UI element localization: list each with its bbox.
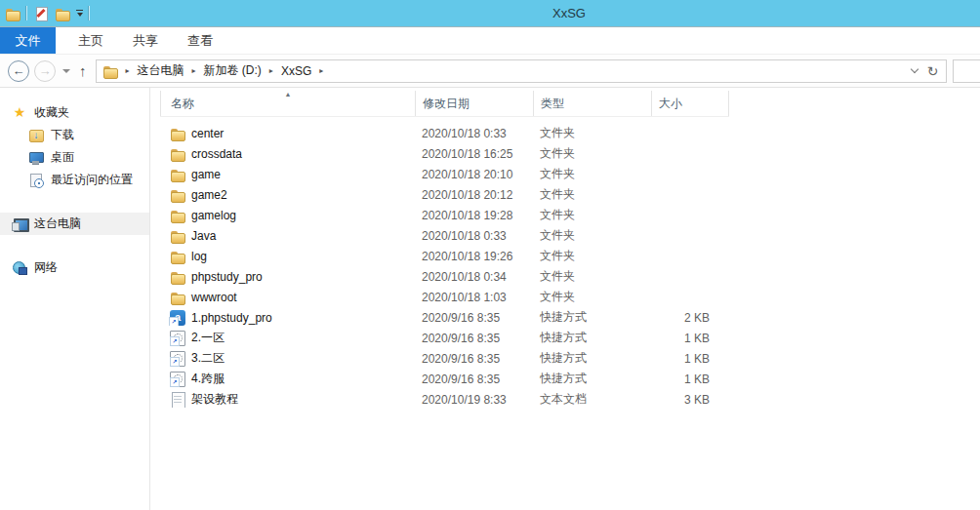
batch-shortcut-icon <box>170 351 185 367</box>
file-type: 文件夹 <box>533 186 651 203</box>
file-date: 2020/10/19 8:33 <box>415 393 533 407</box>
search-box[interactable] <box>953 59 980 83</box>
address-bar[interactable]: ▸这台电脑▸新加卷 (D:)▸XxSG▸ ↻ <box>96 59 947 83</box>
file-name: 架设教程 <box>191 391 238 408</box>
file-date: 2020/10/18 19:26 <box>415 250 533 263</box>
navigation-bar: ← → ↑ ▸这台电脑▸新加卷 (D:)▸XxSG▸ ↻ <box>0 55 980 88</box>
file-date: 2020/10/18 0:33 <box>415 229 533 243</box>
this-pc-icon <box>12 216 27 232</box>
explorer-window: XxSG 文件 主页共享查看 ← → ↑ ▸这台电脑▸新加卷 (D:)▸XxSG… <box>0 0 980 510</box>
refresh-icon[interactable]: ↻ <box>927 64 939 78</box>
file-date: 2020/9/16 8:35 <box>415 352 533 366</box>
file-name: game <box>191 168 221 181</box>
file-type: 文件夹 <box>533 125 651 141</box>
file-row[interactable]: phpstudy_pro2020/10/18 0:34文件夹 <box>160 266 729 287</box>
properties-icon[interactable] <box>33 6 49 21</box>
recent-locations-dropdown-icon[interactable] <box>62 69 70 73</box>
file-row[interactable]: 3.二区2020/9/16 8:35快捷方式1 KB <box>160 348 729 369</box>
new-folder-icon[interactable] <box>55 6 70 21</box>
file-row[interactable]: log2020/10/18 19:26文件夹 <box>160 246 729 266</box>
breadcrumb-arrow-icon[interactable]: ▸ <box>269 66 273 75</box>
sidebar-item-downloads[interactable]: 下载 <box>0 124 149 146</box>
tab-home[interactable]: 主页 <box>63 27 118 54</box>
file-name-cell: 4.跨服 <box>160 371 415 387</box>
batch-shortcut-icon <box>170 331 185 346</box>
downloads-icon <box>28 128 44 143</box>
recent-places-icon <box>28 173 44 188</box>
file-name-cell: 3.二区 <box>160 350 415 367</box>
file-name: 2.一区 <box>191 330 225 346</box>
file-type: 快捷方式 <box>533 309 651 326</box>
column-header-label: 修改日期 <box>423 96 470 112</box>
column-header-date[interactable]: 修改日期 <box>415 91 533 116</box>
sidebar-item-network[interactable]: 网络 <box>0 256 149 279</box>
file-row[interactable]: 2.一区2020/9/16 8:35快捷方式1 KB <box>160 328 729 348</box>
folder-icon <box>170 167 185 182</box>
sidebar-item-favorites[interactable]: 收藏夹 <box>0 101 149 124</box>
file-name-cell: game <box>160 167 415 182</box>
file-type: 文件夹 <box>533 268 651 285</box>
file-row[interactable]: 1.phpstudy_pro2020/9/16 8:35快捷方式2 KB <box>160 307 729 328</box>
breadcrumb-arrow-icon[interactable]: ▸ <box>319 66 323 75</box>
file-name-cell: crossdata <box>160 146 415 162</box>
file-row[interactable]: center2020/10/18 0:33文件夹 <box>160 123 729 143</box>
file-size: 1 KB <box>651 373 729 386</box>
forward-button[interactable]: → <box>34 60 56 82</box>
file-size: 3 KB <box>651 393 729 407</box>
file-date: 2020/9/16 8:35 <box>415 332 533 345</box>
tab-file[interactable]: 文件 <box>0 27 56 54</box>
up-button[interactable]: ↑ <box>79 62 87 79</box>
breadcrumb-item-this-pc[interactable]: 这台电脑 <box>138 62 184 79</box>
column-header-type[interactable]: 类型 <box>533 91 651 116</box>
file-name-cell: 架设教程 <box>160 391 415 408</box>
file-row[interactable]: crossdata2020/10/18 16:25文件夹 <box>160 143 729 164</box>
file-date: 2020/10/18 0:34 <box>415 270 533 284</box>
file-type: 快捷方式 <box>533 330 651 346</box>
breadcrumb: ▸这台电脑▸新加卷 (D:)▸XxSG▸ <box>102 62 912 79</box>
folder-icon <box>170 249 185 264</box>
window-title: XxSG <box>552 0 586 26</box>
column-header-label: 大小 <box>659 96 682 112</box>
column-header-label: 名称 <box>171 96 194 112</box>
main-area: 收藏夹下载桌面最近访问的位置这台电脑网络 名称▲修改日期类型大小 center2… <box>0 88 980 510</box>
breadcrumb-arrow-icon[interactable]: ▸ <box>126 66 130 75</box>
sidebar-item-label: 这台电脑 <box>34 216 81 232</box>
tab-strip: 主页共享查看 <box>63 27 227 54</box>
file-type: 文件夹 <box>533 166 651 182</box>
breadcrumb-item-new-volume-d[interactable]: 新加卷 (D:) <box>204 62 262 79</box>
back-button[interactable]: ← <box>8 60 29 82</box>
sidebar-item-recent-places[interactable]: 最近访问的位置 <box>0 169 149 191</box>
sidebar-item-this-pc[interactable]: 这台电脑 <box>0 213 149 235</box>
file-pane: 名称▲修改日期类型大小 center2020/10/18 0:33文件夹cros… <box>150 88 980 510</box>
folder-icon <box>170 290 185 305</box>
file-name: phpstudy_pro <box>191 270 263 284</box>
file-row[interactable]: Java2020/10/18 0:33文件夹 <box>160 225 729 246</box>
customize-toolbar-icon[interactable] <box>76 10 83 18</box>
file-type: 文件夹 <box>533 289 651 305</box>
file-row[interactable]: game2020/10/18 20:10文件夹 <box>160 164 729 184</box>
file-row[interactable]: game22020/10/18 20:12文件夹 <box>160 184 729 205</box>
file-date: 2020/10/18 20:12 <box>415 188 533 202</box>
column-header-name[interactable]: 名称▲ <box>160 91 415 116</box>
column-header-size[interactable]: 大小 <box>651 91 729 116</box>
file-row[interactable]: 4.跨服2020/9/16 8:35快捷方式1 KB <box>160 369 729 389</box>
file-size: 1 KB <box>651 352 729 366</box>
sidebar-item-label: 收藏夹 <box>34 104 69 121</box>
tab-view[interactable]: 查看 <box>173 27 227 54</box>
breadcrumb-item-xxsg[interactable]: XxSG <box>281 64 311 78</box>
file-name-cell: Java <box>160 228 415 244</box>
file-row[interactable]: 架设教程2020/10/19 8:33文本文档3 KB <box>160 389 729 410</box>
file-date: 2020/10/18 16:25 <box>415 147 533 161</box>
file-name: center <box>191 127 224 140</box>
sidebar-item-desktop[interactable]: 桌面 <box>0 146 149 169</box>
batch-shortcut-icon <box>170 372 185 387</box>
breadcrumb-arrow-icon[interactable]: ▸ <box>192 66 196 75</box>
folder-icon <box>170 208 185 223</box>
file-name: crossdata <box>191 147 242 161</box>
address-dropdown-icon[interactable] <box>911 65 919 73</box>
tab-share[interactable]: 共享 <box>118 27 173 54</box>
file-row[interactable]: wwwroot2020/10/18 1:03文件夹 <box>160 287 729 307</box>
file-name: Java <box>191 229 216 243</box>
sidebar-item-label: 最近访问的位置 <box>51 172 133 188</box>
file-row[interactable]: gamelog2020/10/18 19:28文件夹 <box>160 205 729 225</box>
